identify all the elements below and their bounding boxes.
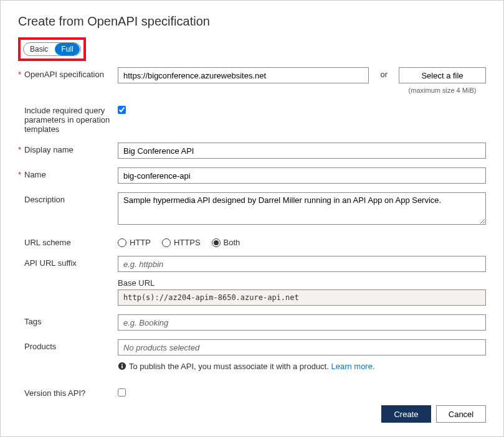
label-openapi-spec: OpenAPI specification: [18, 67, 118, 79]
or-text: or: [380, 67, 388, 79]
radio-both-label: Both: [224, 238, 240, 247]
label-description: Description: [18, 192, 118, 204]
page-title: Create from OpenAPI specification: [18, 14, 486, 29]
products-info-text: To publish the API, you must associate i…: [129, 362, 331, 371]
label-url-scheme: URL scheme: [18, 235, 118, 247]
label-tags: Tags: [18, 314, 118, 326]
toggle-highlight: Basic Full: [18, 37, 86, 61]
display-name-input[interactable]: [118, 143, 486, 159]
label-include-required: Include required query parameters in ope…: [18, 103, 118, 134]
products-info: To publish the API, you must associate i…: [118, 362, 486, 371]
version-checkbox[interactable]: [118, 388, 126, 397]
label-version: Version this API?: [18, 386, 118, 398]
description-textarea[interactable]: [118, 192, 486, 225]
file-size-hint: (maximum size 4 MiB): [409, 87, 477, 94]
radio-http-label: HTTP: [130, 238, 151, 247]
label-products: Products: [18, 339, 118, 351]
radio-https-label: HTTPS: [174, 238, 201, 247]
create-button[interactable]: Create: [381, 405, 431, 423]
base-url-input: [118, 289, 486, 306]
api-url-suffix-input[interactable]: [118, 256, 486, 272]
toggle-basic[interactable]: Basic: [24, 42, 54, 56]
radio-https[interactable]: HTTPS: [162, 238, 201, 247]
products-input[interactable]: [118, 339, 486, 355]
tags-input[interactable]: [118, 314, 486, 331]
learn-more-link[interactable]: Learn more.: [331, 362, 374, 371]
name-input[interactable]: [118, 167, 486, 184]
svg-rect-2: [121, 364, 123, 365]
toggle-full[interactable]: Full: [55, 43, 79, 55]
label-base-url: Base URL: [118, 278, 486, 288]
include-required-checkbox[interactable]: [118, 106, 126, 114]
label-api-url-suffix: API URL suffix: [18, 256, 118, 268]
radio-http[interactable]: HTTP: [118, 238, 151, 247]
label-display-name: Display name: [18, 143, 118, 154]
cancel-button[interactable]: Cancel: [436, 405, 486, 423]
openapi-spec-input[interactable]: [118, 67, 369, 83]
svg-rect-1: [121, 365, 123, 368]
radio-both[interactable]: Both: [212, 238, 240, 247]
basic-full-toggle[interactable]: Basic Full: [23, 42, 81, 56]
select-file-button[interactable]: Select a file: [399, 67, 486, 83]
info-icon: [118, 362, 126, 370]
label-name: Name: [18, 167, 118, 179]
create-api-panel: Create from OpenAPI specification Basic …: [0, 0, 504, 437]
